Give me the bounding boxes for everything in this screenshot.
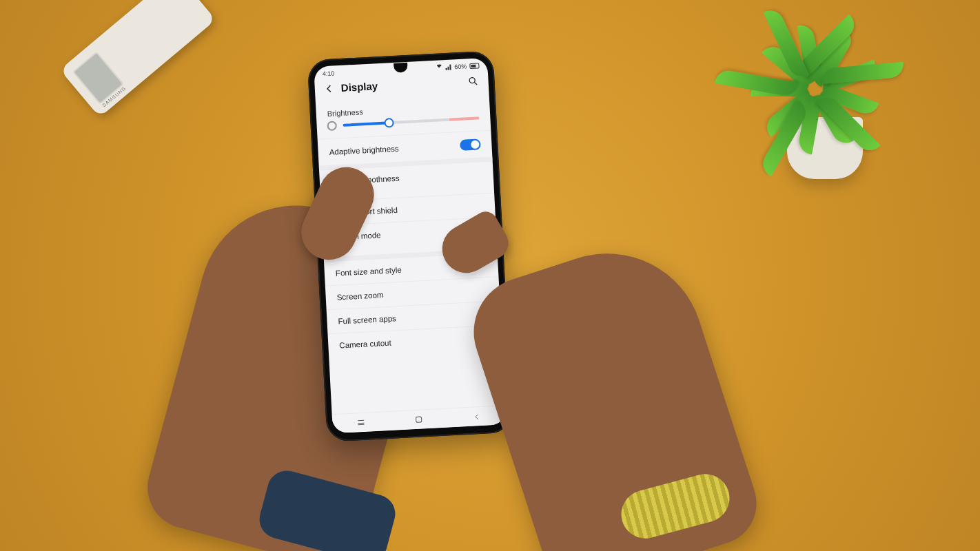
search-icon[interactable]	[467, 75, 479, 87]
android-nav-bar	[332, 405, 507, 433]
phone-screen: 4:10 60% Display Brightness	[314, 58, 507, 433]
smartphone: 4:10 60% Display Brightness	[307, 50, 513, 441]
nav-back-icon[interactable]	[473, 413, 480, 421]
adaptive-brightness-label: Adaptive brightness	[329, 145, 399, 156]
home-icon[interactable]	[416, 416, 422, 422]
signal-icon	[445, 64, 451, 70]
camera-cutout-label: Camera cutout	[339, 339, 391, 350]
settings-list: Brightness Adaptive brightness Motion sm…	[316, 93, 502, 358]
status-time: 4:10	[322, 70, 334, 77]
brightness-icon	[327, 121, 336, 130]
adaptive-brightness-toggle[interactable]	[460, 138, 481, 151]
back-icon[interactable]	[324, 83, 334, 94]
full-screen-apps-label: Full screen apps	[338, 314, 396, 325]
brightness-slider[interactable]	[343, 116, 480, 126]
battery-text: 60%	[454, 63, 467, 70]
svg-line-1	[474, 82, 477, 85]
eye-comfort-label: Eye comfort shield	[332, 206, 398, 218]
battery-icon	[469, 63, 479, 69]
recents-icon[interactable]	[358, 420, 364, 425]
page-title: Display	[340, 80, 378, 94]
wifi-icon	[434, 63, 444, 72]
brightness-thumb[interactable]	[385, 118, 395, 128]
screen-mode-value: Vivid	[334, 240, 382, 249]
screen-zoom-label: Screen zoom	[336, 291, 383, 302]
svg-point-0	[469, 77, 475, 83]
font-size-label: Font size and style	[336, 266, 402, 278]
